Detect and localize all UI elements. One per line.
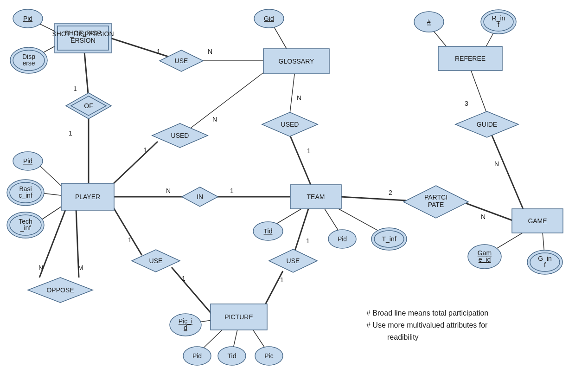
card-game-part: N: [481, 213, 486, 220]
card-team-use3: 1: [306, 237, 310, 245]
entity-shot-dispersion: SHOT_DISPERSION SHOT_DISP ERSION: [52, 23, 114, 53]
rel-label: USED: [281, 121, 299, 128]
rel-of: OF: [66, 93, 111, 119]
svg-text:ERSION: ERSION: [70, 37, 96, 44]
entity-label: GLOSSARY: [279, 58, 314, 65]
entity-label: TEAM: [307, 193, 325, 200]
rel-label: IN: [197, 193, 203, 200]
entity-game: GAME: [512, 209, 563, 233]
rel-label: USE: [287, 257, 300, 265]
attr-t-inf: T_inf: [371, 228, 407, 250]
svg-line-10: [290, 135, 311, 185]
card-player-use2: 1: [128, 236, 132, 244]
rel-label: OPPOSE: [46, 286, 74, 294]
rel-label: GUIDE: [477, 121, 497, 128]
attr-label: Pid: [192, 352, 202, 360]
rel-guide: GUIDE: [455, 111, 518, 137]
card-player-in: N: [166, 187, 171, 194]
attr-pid-player: Pid: [13, 152, 43, 170]
svg-line-30: [172, 267, 211, 314]
rel-label: OF: [84, 102, 93, 110]
card-player-of: 1: [69, 129, 72, 137]
svg-text:SHOT_DISP: SHOT_DISP: [64, 29, 101, 37]
rel-label: USE: [149, 257, 163, 265]
note-line3: readibility: [387, 333, 419, 341]
attr-tid: Tid: [253, 222, 283, 240]
svg-text:d: d: [184, 324, 187, 331]
rel-used-player: USED: [152, 123, 208, 148]
rel-in: IN: [182, 187, 218, 207]
card-oppose-n: N: [38, 264, 43, 271]
attr-label: Pid: [23, 157, 32, 165]
attr-label: T_inf: [382, 235, 396, 243]
rel-oppose: OPPOSE: [28, 278, 93, 303]
card-gloss-used1: N: [212, 116, 217, 123]
entity-glossary: GLOSSARY: [263, 49, 329, 74]
attr-pic: Pic: [255, 347, 283, 365]
note-line2: # Use more multivalued attributes for: [366, 321, 488, 329]
entity-label: PICTURE: [224, 313, 253, 321]
card-oppose-m: M: [78, 264, 83, 271]
svg-line-4: [84, 52, 89, 99]
attr-pid-sd: Pid: [13, 9, 43, 28]
card-ref-guide: 3: [465, 100, 468, 107]
svg-text:e_id: e_id: [479, 256, 491, 263]
card-sd-use: 1: [157, 48, 160, 55]
svg-line-7: [181, 72, 264, 136]
card-team-used2: 1: [307, 147, 311, 155]
svg-line-29: [114, 208, 142, 255]
attr-label: Pic: [264, 352, 273, 360]
card-team-part: 2: [389, 189, 392, 196]
rel-label: USE: [175, 57, 188, 65]
rel-label: USED: [171, 132, 189, 139]
attr-label: Pid: [338, 235, 347, 243]
attr-label: Tid: [264, 227, 273, 235]
card-player-used1: 1: [143, 146, 147, 154]
entity-label: PLAYER: [75, 193, 100, 200]
svg-text:_inf: _inf: [20, 224, 31, 232]
svg-line-27: [39, 209, 66, 278]
entity-label: REFEREE: [455, 55, 486, 62]
svg-text:f: f: [498, 21, 499, 28]
attr-ref-num: #: [414, 12, 444, 32]
attr-tid-pic: Tid: [218, 347, 246, 365]
svg-line-13: [471, 70, 487, 114]
svg-line-9: [290, 74, 294, 114]
attr-pid-team: Pid: [328, 230, 356, 248]
svg-line-23: [341, 197, 406, 200]
svg-text:erse: erse: [22, 59, 35, 67]
svg-text:f: f: [544, 261, 546, 269]
rel-use-team-pic: USE: [269, 249, 317, 272]
card-gloss-use: N: [208, 48, 212, 55]
svg-line-24: [466, 203, 512, 220]
entity-team: TEAM: [290, 185, 341, 209]
svg-text:c_inf: c_inf: [19, 192, 32, 199]
card-game-guide: N: [494, 160, 499, 168]
attr-label: Tid: [228, 352, 236, 360]
entity-picture: PICTURE: [211, 304, 267, 330]
rel-use-sd-glossary: USE: [160, 50, 203, 71]
attr-basic-inf: Basi c_inf Basic_inf: [0, 0, 44, 206]
er-diagram: SHOT_DISPERSION SHOT_DISP ERSION GLOSSAR…: [0, 0, 588, 368]
svg-text:PARTCI: PARTCI: [424, 194, 447, 201]
attr-gid: Gid: [254, 9, 284, 28]
rel-used-team: USED: [262, 112, 318, 136]
attr-label: Gid: [264, 15, 274, 22]
note-line1: # Broad line means total participation: [366, 309, 488, 317]
svg-line-14: [492, 135, 524, 211]
entity-label: GAME: [528, 217, 547, 225]
attr-pid-pic: Pid: [183, 347, 211, 365]
svg-text:PATE: PATE: [428, 201, 444, 208]
svg-line-8: [111, 142, 158, 186]
card-sd-of: 1: [73, 85, 77, 92]
card-team-in: 1: [230, 187, 234, 194]
attr-label: Pid: [23, 15, 32, 22]
entity-referee: REFEREE: [438, 46, 502, 71]
card-pic-use2: 1: [182, 275, 185, 282]
card-pic-use3: 1: [280, 276, 284, 284]
entity-player: PLAYER: [61, 183, 114, 210]
attr-label: #: [427, 18, 431, 26]
card-gloss-used2: N: [297, 94, 301, 102]
